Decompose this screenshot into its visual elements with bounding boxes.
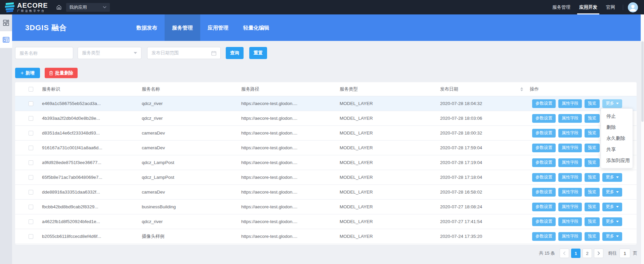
- tab-item[interactable]: 应用管理: [200, 14, 236, 41]
- action-button[interactable]: 预览: [585, 99, 600, 108]
- action-button-label: 属性字段: [562, 101, 578, 106]
- action-button-label: 参数设置: [535, 204, 552, 210]
- row-checkbox[interactable]: [29, 160, 33, 165]
- menu-item[interactable]: 停止: [601, 111, 633, 122]
- action-button[interactable]: 参数设置: [532, 144, 556, 152]
- service-name-input[interactable]: [15, 47, 73, 59]
- cell-service-id: d8351da14e6cf233348d93...: [42, 130, 142, 136]
- cell-service-path: https://aecore-test.glodon....: [241, 130, 340, 136]
- action-button[interactable]: 参数设置: [532, 114, 556, 123]
- total-count: 共 15 条: [539, 250, 555, 256]
- date-range-input[interactable]: 发布日期范围: [147, 47, 221, 59]
- app-header: 3DGIS 融合 数据发布服务管理应用管理轻量化编辑: [12, 14, 641, 41]
- row-checkbox[interactable]: [29, 234, 33, 239]
- more-button[interactable]: 更多: [602, 217, 622, 226]
- tab-active[interactable]: 服务管理: [165, 14, 200, 41]
- cell-service-name: qdcz_LampPost: [142, 175, 241, 180]
- menu-item[interactable]: 共享: [601, 144, 633, 155]
- select-all-checkbox[interactable]: [29, 87, 33, 92]
- action-button-label: 属性字段: [562, 115, 578, 121]
- action-button[interactable]: 属性字段: [558, 203, 582, 211]
- cell-service-id: a4622fb1d8f520924bfed1e...: [42, 219, 142, 224]
- more-button[interactable]: 更多: [602, 232, 622, 241]
- topbar-link[interactable]: 官网: [606, 0, 615, 14]
- add-button[interactable]: + 新增: [15, 68, 40, 78]
- column-label: 操作: [530, 87, 539, 92]
- more-button[interactable]: 更多: [602, 99, 622, 108]
- action-button[interactable]: 预览: [585, 217, 600, 226]
- cell-service-path: https://aecore-test.glodon....: [241, 219, 340, 224]
- table-row: 916167a731c001f41a8aa6d...cameraDevhttps…: [15, 141, 637, 155]
- action-button[interactable]: 属性字段: [558, 158, 582, 167]
- action-button[interactable]: 属性字段: [558, 188, 582, 197]
- action-button[interactable]: 预览: [585, 158, 600, 167]
- action-button[interactable]: 参数设置: [532, 203, 556, 211]
- action-button[interactable]: 属性字段: [558, 129, 582, 138]
- tab-item[interactable]: 轻量化编辑: [236, 14, 277, 41]
- action-button[interactable]: 预览: [585, 188, 600, 197]
- row-checkbox[interactable]: [29, 116, 33, 121]
- scrollbar[interactable]: [641, 14, 644, 264]
- reset-button[interactable]: 重置: [249, 47, 267, 59]
- more-button[interactable]: 更多: [602, 173, 622, 182]
- checkbox-cell: [15, 234, 42, 239]
- row-checkbox[interactable]: [29, 175, 33, 180]
- action-button[interactable]: 属性字段: [558, 217, 582, 226]
- page-button[interactable]: 1: [571, 249, 581, 258]
- more-button[interactable]: 更多: [602, 188, 622, 197]
- action-button[interactable]: 预览: [585, 203, 600, 211]
- topbar-link[interactable]: 应用开发: [579, 0, 597, 14]
- scrollbar-thumb[interactable]: [641, 41, 644, 122]
- prev-page-button[interactable]: [560, 249, 569, 258]
- action-button[interactable]: 参数设置: [532, 217, 556, 226]
- cell-service-path: https://aecore-test.glodon....: [241, 145, 340, 150]
- search-button[interactable]: 查询: [226, 47, 244, 59]
- menu-item[interactable]: 永久删除: [601, 133, 633, 144]
- action-button[interactable]: 参数设置: [532, 232, 556, 241]
- action-button[interactable]: 预览: [585, 114, 600, 123]
- action-button[interactable]: 属性字段: [558, 173, 582, 182]
- menu-item[interactable]: 添加到应用: [601, 155, 633, 166]
- row-checkbox[interactable]: [29, 131, 33, 136]
- action-button-label: 预览: [588, 145, 596, 151]
- action-button[interactable]: 参数设置: [532, 188, 556, 197]
- menu-item[interactable]: 删除: [601, 122, 633, 133]
- service-type-select[interactable]: 服务类型: [78, 47, 141, 59]
- user-avatar[interactable]: [628, 2, 638, 12]
- tab-item[interactable]: 数据发布: [129, 14, 165, 41]
- row-checkbox[interactable]: [29, 190, 33, 195]
- action-button[interactable]: 属性字段: [558, 144, 582, 152]
- action-button[interactable]: 参数设置: [532, 158, 556, 167]
- action-button[interactable]: 预览: [585, 144, 600, 152]
- action-button[interactable]: 属性字段: [558, 99, 582, 108]
- app-select[interactable]: 我的应用: [66, 3, 110, 12]
- row-checkbox[interactable]: [29, 219, 33, 224]
- action-button[interactable]: 参数设置: [532, 99, 556, 108]
- checkbox-cell: [15, 190, 42, 195]
- sidebar-item-apps[interactable]: [0, 31, 12, 48]
- action-button[interactable]: 参数设置: [532, 129, 556, 138]
- action-button[interactable]: 参数设置: [532, 173, 556, 182]
- page-button[interactable]: 2: [583, 249, 592, 258]
- action-button[interactable]: 预览: [585, 173, 600, 182]
- dashboard-icon: [3, 20, 9, 26]
- brand-subtitle: 广联达数字中台: [17, 9, 48, 13]
- row-checkbox[interactable]: [29, 101, 33, 106]
- action-button[interactable]: 预览: [585, 129, 600, 138]
- cell-publish-date: 2020-07-28 18:04:32: [440, 101, 530, 106]
- next-page-button[interactable]: [594, 249, 603, 258]
- sidebar-item-dashboard[interactable]: [0, 14, 12, 31]
- more-button[interactable]: 更多: [602, 203, 622, 211]
- batch-delete-button[interactable]: 批量删除: [45, 68, 78, 78]
- action-button[interactable]: 预览: [585, 232, 600, 241]
- home-icon[interactable]: [56, 4, 62, 10]
- topbar-link[interactable]: 服务管理: [552, 0, 570, 14]
- table-row: b2055cb6118fccecd8ef4d6f...摄像头样例https://…: [15, 229, 637, 244]
- row-checkbox[interactable]: [29, 205, 33, 209]
- sort-icon[interactable]: [520, 87, 523, 91]
- row-actions: 参数设置属性字段预览更多: [530, 232, 637, 241]
- row-checkbox[interactable]: [29, 146, 33, 150]
- action-button[interactable]: 属性字段: [558, 232, 582, 241]
- goto-page-input[interactable]: [619, 249, 630, 258]
- action-button[interactable]: 属性字段: [558, 114, 582, 123]
